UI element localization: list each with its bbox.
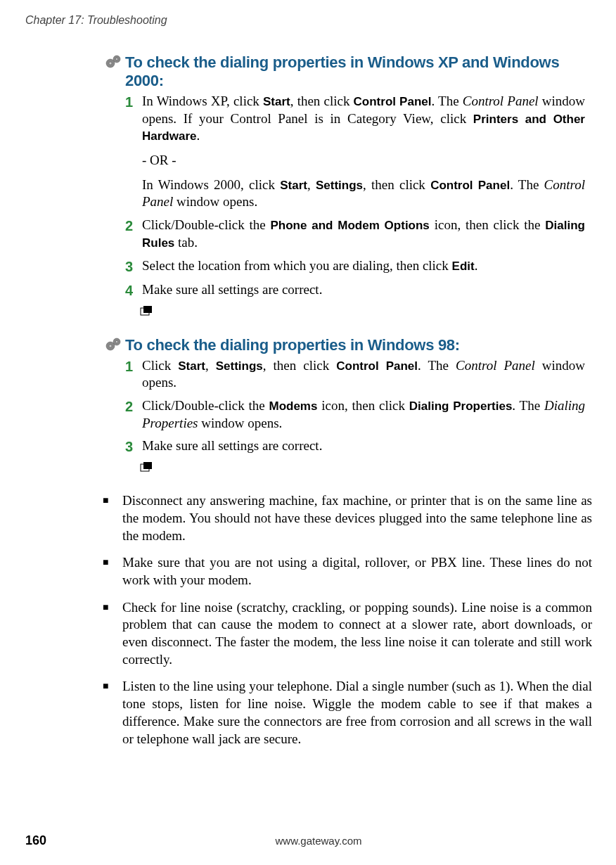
ui-label-settings: Settings — [316, 179, 363, 192]
bullet-list: ■ Disconnect any answering machine, fax … — [103, 492, 592, 748]
step-body: Make sure all settings are correct. — [142, 281, 585, 299]
ui-label-edit: Edit — [452, 260, 475, 273]
text: Click/Double-click the — [142, 398, 269, 413]
step-number: 2 — [125, 217, 139, 235]
step-body: Click/Double-click the Phone and Modem O… — [142, 217, 585, 251]
ui-label-dialing-properties: Dialing Properties — [409, 399, 513, 413]
text: . The — [510, 177, 544, 192]
text: Make sure all settings are correct. — [142, 438, 322, 453]
text: , then click — [263, 358, 336, 373]
gears-icon — [105, 338, 125, 354]
text: window opens. — [173, 194, 257, 209]
window-name: Control Panel — [456, 358, 535, 373]
step-number: 1 — [125, 93, 139, 111]
text: . — [196, 128, 200, 143]
text: Click — [142, 358, 178, 373]
footer-url: www.gateway.com — [275, 835, 361, 847]
main-content: To check the dialing properties in Windo… — [125, 53, 589, 757]
ui-label-start: Start — [263, 95, 290, 108]
svg-rect-11 — [143, 462, 152, 469]
ui-label-start: Start — [280, 179, 307, 192]
step-body: Make sure all settings are correct. — [142, 437, 585, 455]
ui-label-control-panel: Control Panel — [430, 179, 510, 192]
text: tab. — [174, 235, 198, 250]
bullet-text: Listen to the line using your telephone.… — [122, 678, 592, 748]
step-body: In Windows XP, click Start, then click C… — [142, 93, 585, 211]
header-chapter: Chapter 17: Troubleshooting — [25, 14, 167, 27]
ui-label-modems: Modems — [269, 399, 317, 413]
ui-label-settings: Settings — [216, 359, 263, 373]
step-body: Click Start, Settings, then click Contro… — [142, 357, 585, 392]
window-name: Control Panel — [463, 94, 539, 108]
ui-label-phone-modem: Phone and Modem Options — [271, 219, 430, 232]
ui-label-start: Start — [178, 359, 205, 373]
text: , — [205, 358, 216, 373]
step-number: 1 — [125, 357, 139, 376]
text: icon, then click the — [430, 217, 546, 232]
section-1-step-3: 3 Select the location from which you are… — [125, 257, 589, 276]
end-of-procedure-icon — [139, 305, 589, 321]
svg-point-9 — [115, 340, 117, 342]
svg-rect-5 — [143, 306, 152, 313]
text: Click/Double-click the — [142, 217, 271, 232]
section-1-heading-row: To check the dialing properties in Windo… — [105, 53, 589, 90]
section-1-step-1: 1 In Windows XP, click Start, then click… — [125, 93, 589, 211]
text: . The — [418, 358, 456, 373]
ui-label-control-panel: Control Panel — [336, 359, 418, 373]
text: Make sure all settings are correct. — [142, 282, 322, 297]
bullet-square-icon: ■ — [103, 554, 122, 589]
text: . — [475, 258, 478, 273]
or-separator: - OR - — [142, 152, 585, 169]
list-item: ■ Make sure that you are not using a dig… — [103, 554, 592, 589]
step-body: Click/Double-click the Modems icon, then… — [142, 397, 585, 432]
section-2-step-2: 2 Click/Double-click the Modems icon, th… — [125, 397, 589, 432]
section-2-step-1: 1 Click Start, Settings, then click Cont… — [125, 357, 589, 392]
text: In Windows XP, click — [142, 94, 263, 108]
page-number: 160 — [25, 833, 46, 848]
list-item: ■ Check for line noise (scratchy, crackl… — [103, 599, 592, 669]
bullet-square-icon: ■ — [103, 678, 122, 748]
section-1-step-2: 2 Click/Double-click the Phone and Modem… — [125, 217, 589, 251]
text: , then click — [290, 94, 354, 108]
text: Select the location from which you are d… — [142, 258, 452, 273]
text: . The — [431, 94, 462, 108]
text: . The — [512, 398, 544, 413]
svg-point-3 — [115, 58, 117, 60]
svg-point-1 — [109, 62, 112, 65]
bullet-text: Make sure that you are not using a digit… — [122, 554, 592, 589]
bullet-text: Check for line noise (scratchy, cracklin… — [122, 599, 592, 669]
svg-point-7 — [109, 345, 112, 347]
section-1-heading: To check the dialing properties in Windo… — [125, 53, 589, 90]
list-item: ■ Disconnect any answering machine, fax … — [103, 492, 592, 544]
section-2-heading: To check the dialing properties in Windo… — [125, 336, 460, 354]
list-item: ■ Listen to the line using your telephon… — [103, 678, 592, 748]
section-2-heading-row: To check the dialing properties in Windo… — [105, 336, 589, 354]
section-2-step-3: 3 Make sure all settings are correct. — [125, 437, 589, 456]
ui-label-control-panel: Control Panel — [354, 95, 432, 108]
text: , then click — [363, 177, 430, 192]
text: In Windows 2000, click — [142, 177, 280, 192]
bullet-square-icon: ■ — [103, 492, 122, 544]
text: , — [307, 177, 316, 192]
text: window opens. — [198, 416, 283, 430]
step-number: 3 — [125, 257, 139, 276]
end-of-procedure-icon — [139, 461, 589, 477]
step-number: 2 — [125, 397, 139, 416]
text: icon, then click — [317, 398, 409, 413]
gears-icon — [105, 55, 125, 72]
section-1-step-4: 4 Make sure all settings are correct. — [125, 281, 589, 300]
bullet-square-icon: ■ — [103, 599, 122, 669]
step-number: 4 — [125, 281, 139, 300]
page-footer: 160 www.gateway.com — [25, 833, 591, 848]
step-body: Select the location from which you are d… — [142, 257, 585, 275]
bullet-text: Disconnect any answering machine, fax ma… — [122, 492, 592, 544]
step-number: 3 — [125, 437, 139, 456]
